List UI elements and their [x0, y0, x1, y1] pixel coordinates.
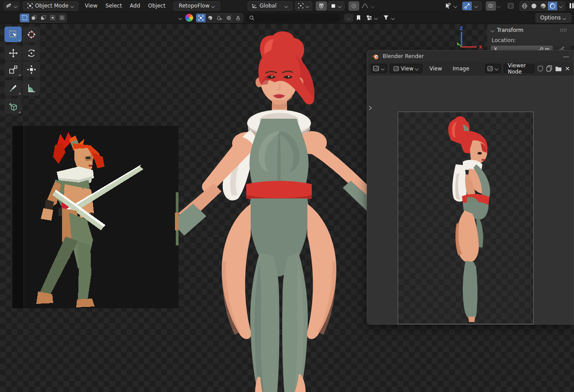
image-name-field[interactable]: Viewer Node: [504, 64, 535, 73]
filter-liquid-toggle[interactable]: [215, 13, 224, 23]
search-icon: [249, 15, 255, 21]
render-window[interactable]: Blender Render — View View Image: [367, 50, 574, 325]
menu-add[interactable]: Add: [126, 0, 144, 12]
orientation-axes-icon: [252, 3, 258, 9]
chevron-down-icon: [306, 4, 310, 8]
location-label: Location:: [492, 37, 567, 43]
filter-funnel-icon: [383, 15, 389, 21]
tool-rotate[interactable]: [23, 45, 40, 61]
blender-logo-icon: [372, 53, 379, 60]
display-mode-dropdown[interactable]: [365, 13, 380, 23]
tool-add-primitive[interactable]: [4, 99, 22, 114]
image-editor-icon: [373, 66, 379, 71]
render-window-titlebar[interactable]: Blender Render —: [367, 50, 574, 62]
editor-type-dropdown[interactable]: [4, 1, 19, 11]
chevron-down-icon: [347, 16, 351, 20]
menu-view[interactable]: View: [81, 0, 101, 12]
select-mode-intersect[interactable]: [57, 13, 66, 23]
gizmos-dropdown[interactable]: [472, 1, 481, 11]
tool-move[interactable]: [4, 45, 22, 61]
proportional-falloff-dropdown[interactable]: [359, 1, 376, 11]
shading-mode-group: [520, 1, 565, 11]
overlays-icon: [488, 3, 494, 9]
chevron-down-icon: [497, 4, 501, 8]
transform-orientation-dropdown[interactable]: Global: [248, 1, 292, 11]
character-model-front[interactable]: [173, 31, 368, 392]
tab-item[interactable]: Item: [570, 24, 574, 47]
select-mode-new[interactable]: [20, 13, 29, 23]
chevron-down-icon: [371, 4, 375, 8]
display-mode-dropdown[interactable]: View: [390, 64, 423, 73]
shading-material[interactable]: [539, 1, 548, 11]
proportional-editing-toggle[interactable]: [349, 1, 359, 11]
falloff-curve-icon: [361, 3, 369, 9]
bookmark-icon[interactable]: [356, 15, 361, 21]
snap-toggle[interactable]: [316, 1, 327, 11]
material-ball-icon: [185, 14, 193, 22]
mode-dropdown[interactable]: Object Mode: [23, 1, 78, 11]
tool-transform[interactable]: [23, 62, 40, 77]
menu-object[interactable]: Object: [144, 0, 169, 12]
chevron-down-icon: [284, 4, 288, 8]
panel-title: Transform: [497, 27, 524, 33]
tool-select-box[interactable]: [4, 27, 22, 42]
editor-type-dropdown[interactable]: [371, 64, 387, 73]
panel-collapse-chevron[interactable]: [491, 28, 495, 32]
filter-brush-toggle[interactable]: [233, 13, 243, 23]
unknown-dropdown[interactable]: [344, 14, 353, 22]
chevron-down-icon: [70, 4, 74, 8]
chevron-down-icon: [474, 4, 478, 8]
filter-world-toggle[interactable]: [224, 13, 233, 23]
unlink-close-button[interactable]: ✕: [565, 65, 570, 72]
menu-select[interactable]: Select: [101, 0, 126, 12]
character-render-side: [398, 112, 534, 325]
material-sphere-icon: [540, 3, 547, 9]
options-dropdown[interactable]: Options: [535, 13, 571, 23]
minimize-button[interactable]: —: [563, 53, 569, 60]
filter-object-toggle[interactable]: [196, 13, 206, 23]
open-image-folder-button[interactable]: [555, 66, 562, 72]
gizmos-group: [462, 1, 481, 11]
xray-toggle[interactable]: [507, 2, 514, 9]
adjacent-sprite-sliver: [175, 192, 178, 245]
image-browse-dropdown[interactable]: [485, 64, 501, 73]
tool-measure[interactable]: [23, 80, 40, 96]
gizmos-toggle[interactable]: [462, 1, 472, 11]
chevron-down-icon: [559, 4, 563, 8]
select-mode-group: [19, 13, 67, 23]
retopoflow-menu[interactable]: RetopoFlow: [174, 1, 220, 11]
object-mode-icon: [27, 3, 33, 9]
select-mode-invert[interactable]: [48, 13, 57, 23]
fake-user-shield-button[interactable]: [537, 65, 543, 72]
shading-dropdown[interactable]: [557, 1, 565, 11]
filter-dropdown[interactable]: [381, 13, 396, 23]
tool-header-collapse-chevron[interactable]: [178, 16, 182, 20]
drag-handle-icon[interactable]: [560, 28, 567, 32]
object-visibility-dropdown[interactable]: [442, 1, 459, 11]
shading-solid[interactable]: [529, 1, 539, 11]
search-input[interactable]: [245, 13, 341, 23]
shading-rendered[interactable]: [548, 1, 557, 11]
pivot-point-dropdown[interactable]: [295, 1, 312, 11]
sidebar-toggle-chevron[interactable]: [368, 105, 372, 111]
filter-shading-toggle[interactable]: [206, 13, 215, 23]
new-image-copy-button[interactable]: [546, 65, 552, 72]
chevron-down-icon: [562, 16, 566, 20]
chevron-down-icon: [374, 16, 378, 20]
visibility-pointer-icon: [444, 2, 452, 9]
overlays-dropdown[interactable]: [496, 1, 502, 11]
overlays-toggle[interactable]: [486, 1, 496, 11]
render-menu-view[interactable]: View: [425, 62, 446, 75]
render-result-frame[interactable]: [398, 112, 534, 324]
axis-z-label: Z: [460, 26, 463, 31]
tool-cursor[interactable]: [23, 27, 40, 42]
chevron-down-icon: [338, 4, 342, 8]
tool-scale[interactable]: [4, 62, 22, 77]
shading-wireframe[interactable]: [520, 1, 529, 11]
reference-image-panel[interactable]: [12, 126, 178, 308]
tool-annotate[interactable]: [4, 80, 22, 96]
render-menu-image[interactable]: Image: [449, 62, 473, 75]
select-mode-extend[interactable]: [29, 13, 39, 23]
select-mode-subtract[interactable]: [39, 13, 48, 23]
snap-target-dropdown[interactable]: [328, 1, 345, 11]
